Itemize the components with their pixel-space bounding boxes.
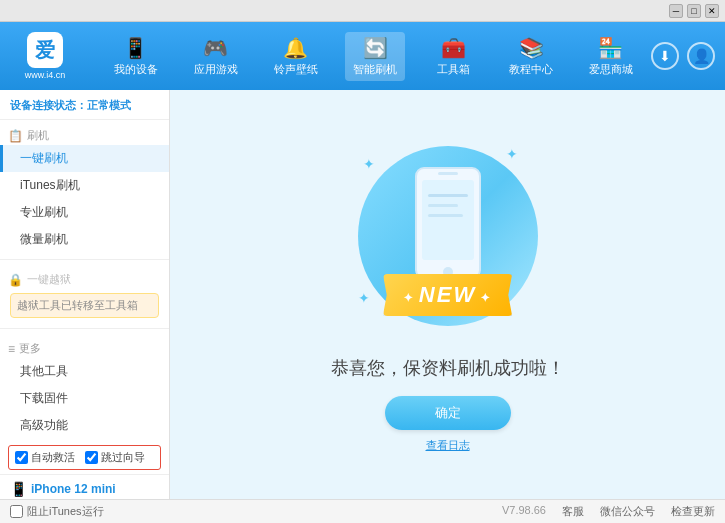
- lock-icon: 🔒: [8, 273, 23, 287]
- header: 爱 www.i4.cn 📱 我的设备 🎮 应用游戏 🔔 铃声壁纸 🔄 智能刷机 …: [0, 22, 725, 90]
- skip-wizard-label: 跳过向导: [101, 450, 145, 465]
- svg-rect-6: [428, 214, 463, 217]
- secondary-link[interactable]: 查看日志: [426, 438, 470, 453]
- sidebar-section-jailbreak: 🔒 一键越狱 越狱工具已转移至工具箱: [0, 264, 169, 324]
- ringtone-icon: 🔔: [283, 36, 308, 60]
- check-update-link[interactable]: 检查更新: [671, 504, 715, 519]
- more-icon: ≡: [8, 342, 15, 356]
- status-value: 正常模式: [87, 99, 131, 111]
- header-right: ⬇ 👤: [651, 42, 715, 70]
- jailbreak-section-label: 一键越狱: [27, 272, 71, 287]
- sidebar-section-more: ≡ 更多 其他工具 下载固件 高级功能: [0, 333, 169, 441]
- wechat-link[interactable]: 微信公众号: [600, 504, 655, 519]
- app-game-label: 应用游戏: [194, 62, 238, 77]
- logo-icon: 爱: [27, 32, 63, 68]
- nav-item-tutorial[interactable]: 📚 教程中心: [501, 32, 561, 81]
- flash-section-label: 刷机: [27, 128, 49, 143]
- my-device-icon: 📱: [123, 36, 148, 60]
- svg-rect-5: [428, 204, 458, 207]
- content-area: ✦ ✦ ✦ NEW 恭喜您，保资料刷机成功啦！ 确定 查看日志: [170, 90, 725, 499]
- section-title-flash: 📋 刷机: [0, 126, 169, 145]
- version: V7.98.66: [502, 504, 546, 519]
- phone-icon: 📱: [10, 481, 27, 497]
- sidebar-section-flash: 📋 刷机 一键刷机 iTunes刷机 专业刷机 微量刷机: [0, 120, 169, 255]
- nav-item-smart-flash[interactable]: 🔄 智能刷机: [345, 32, 405, 81]
- skip-wizard-checkbox[interactable]: [85, 451, 98, 464]
- svg-rect-1: [422, 180, 474, 260]
- skip-wizard-checkbox-label[interactable]: 跳过向导: [85, 450, 145, 465]
- success-graphic: ✦ ✦ ✦ NEW: [348, 136, 548, 336]
- footer-right: V7.98.66 客服 微信公众号 检查更新: [502, 504, 715, 519]
- svg-rect-4: [428, 194, 468, 197]
- tutorial-label: 教程中心: [509, 62, 553, 77]
- sparkle-1: ✦: [363, 156, 375, 172]
- close-button[interactable]: ✕: [705, 4, 719, 18]
- sidebar: 设备连接状态：正常模式 📋 刷机 一键刷机 iTunes刷机 专业刷机 微量刷机…: [0, 90, 170, 499]
- sidebar-item-one-click-flash[interactable]: 一键刷机: [0, 145, 169, 172]
- footer: 阻止iTunes运行 V7.98.66 客服 微信公众号 检查更新: [0, 499, 725, 523]
- tutorial-icon: 📚: [519, 36, 544, 60]
- nav-item-app-game[interactable]: 🎮 应用游戏: [186, 32, 246, 81]
- sidebar-item-micro-flash[interactable]: 微量刷机: [0, 226, 169, 253]
- confirm-button[interactable]: 确定: [385, 396, 511, 430]
- title-bar: ─ □ ✕: [0, 0, 725, 22]
- device-storage: 64GB: [10, 498, 159, 499]
- sidebar-item-pro-flash[interactable]: 专业刷机: [0, 199, 169, 226]
- device-name: iPhone 12 mini: [31, 482, 116, 496]
- sidebar-item-download-firmware[interactable]: 下载固件: [0, 385, 169, 412]
- app-game-icon: 🎮: [203, 36, 228, 60]
- new-badge: NEW: [383, 274, 512, 316]
- status-bar: 设备连接状态：正常模式: [0, 94, 169, 120]
- store-label: 爱思商城: [589, 62, 633, 77]
- nav-item-store[interactable]: 🏪 爱思商城: [581, 32, 641, 81]
- divider-2: [0, 328, 169, 329]
- my-device-label: 我的设备: [114, 62, 158, 77]
- nav-item-toolbox[interactable]: 🧰 工具箱: [425, 32, 481, 81]
- store-icon: 🏪: [598, 36, 623, 60]
- sidebar-item-advanced[interactable]: 高级功能: [0, 412, 169, 439]
- checkbox-row: 自动救活 跳过向导: [8, 445, 161, 470]
- smart-flash-label: 智能刷机: [353, 62, 397, 77]
- divider-1: [0, 259, 169, 260]
- footer-left: 阻止iTunes运行: [10, 504, 486, 519]
- window-controls: ─ □ ✕: [669, 4, 719, 18]
- auto-rescue-label: 自动救活: [31, 450, 75, 465]
- section-title-more: ≡ 更多: [0, 339, 169, 358]
- jailbreak-notice: 越狱工具已转移至工具箱: [10, 293, 159, 318]
- more-section-label: 更多: [19, 341, 41, 356]
- sidebar-item-itunes-flash[interactable]: iTunes刷机: [0, 172, 169, 199]
- nav-item-ringtone[interactable]: 🔔 铃声壁纸: [266, 32, 326, 81]
- maximize-button[interactable]: □: [687, 4, 701, 18]
- itunes-status: 阻止iTunes运行: [27, 504, 104, 519]
- sparkle-2: ✦: [506, 146, 518, 162]
- ringtone-label: 铃声壁纸: [274, 62, 318, 77]
- sparkle-3: ✦: [358, 290, 370, 306]
- customer-service-link[interactable]: 客服: [562, 504, 584, 519]
- svg-rect-3: [438, 172, 458, 175]
- sidebar-item-other-tools[interactable]: 其他工具: [0, 358, 169, 385]
- minimize-button[interactable]: ─: [669, 4, 683, 18]
- success-message: 恭喜您，保资料刷机成功啦！: [331, 356, 565, 380]
- status-label: 设备连接状态：: [10, 99, 87, 111]
- user-button[interactable]: 👤: [687, 42, 715, 70]
- logo-subtext: www.i4.cn: [25, 70, 66, 80]
- auto-rescue-checkbox[interactable]: [15, 451, 28, 464]
- toolbox-icon: 🧰: [441, 36, 466, 60]
- logo: 爱 www.i4.cn: [10, 32, 80, 80]
- toolbox-label: 工具箱: [437, 62, 470, 77]
- nav-item-my-device[interactable]: 📱 我的设备: [106, 32, 166, 81]
- auto-rescue-checkbox-label[interactable]: 自动救活: [15, 450, 75, 465]
- logo-symbol: 爱: [35, 37, 55, 64]
- flash-section-icon: 📋: [8, 129, 23, 143]
- download-button[interactable]: ⬇: [651, 42, 679, 70]
- section-title-jailbreak: 🔒 一键越狱: [0, 270, 169, 289]
- itunes-block-checkbox[interactable]: [10, 505, 23, 518]
- main-layout: 设备连接状态：正常模式 📋 刷机 一键刷机 iTunes刷机 专业刷机 微量刷机…: [0, 90, 725, 499]
- main-nav: 📱 我的设备 🎮 应用游戏 🔔 铃声壁纸 🔄 智能刷机 🧰 工具箱 📚 教程中心…: [96, 32, 651, 81]
- device-section: 📱 iPhone 12 mini 64GB Down-12mini-13,1: [0, 474, 169, 499]
- smart-flash-icon: 🔄: [363, 36, 388, 60]
